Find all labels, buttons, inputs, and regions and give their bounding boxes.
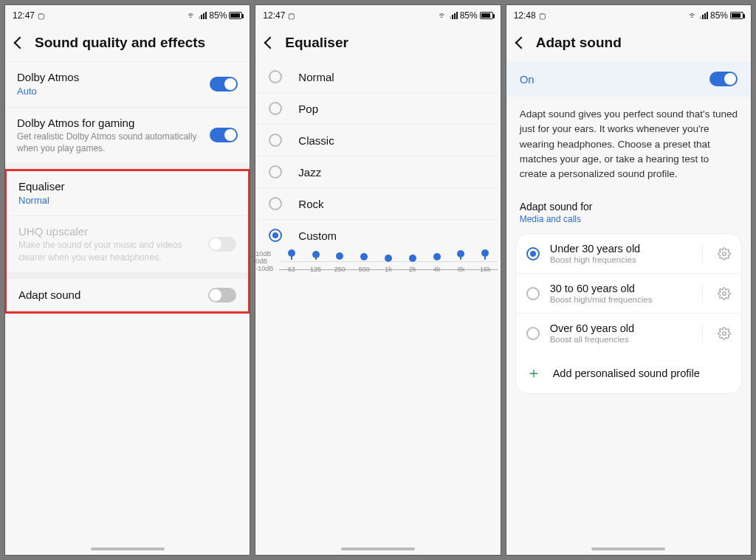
x-tick: 4k [433, 266, 441, 273]
row-sub: Get realistic Dolby Atmos sound automati… [17, 131, 210, 154]
status-time: 12:47 [263, 10, 285, 21]
status-bar: 12:47▢ ᯤ 85% [5, 5, 250, 26]
row-uhq-upscaler: UHQ upscaler Make the sound of your musi… [7, 215, 248, 272]
eq-dot[interactable] [360, 253, 368, 260]
eq-band-500[interactable]: 500 [352, 251, 377, 261]
gear-icon[interactable] [718, 247, 731, 260]
x-tick: 250 [334, 266, 346, 273]
highlight-box: Equaliser Normal UHQ upscaler Make the s… [4, 169, 250, 314]
wifi-icon: ᯤ [188, 10, 196, 21]
picture-icon: ▢ [288, 12, 295, 20]
adapt-on-row: On [506, 61, 751, 97]
eq-band-4k[interactable]: 4k [425, 251, 449, 261]
home-indicator[interactable] [341, 547, 415, 550]
screen-header: Equaliser [255, 26, 500, 61]
status-bar: 12:47▢ ᯤ 85% [255, 5, 500, 26]
eq-band-125[interactable]: 125 [303, 251, 328, 261]
eq-dot[interactable] [288, 249, 295, 257]
home-indicator[interactable] [91, 547, 165, 550]
eq-dot[interactable] [336, 252, 343, 260]
radio-icon [269, 70, 282, 83]
gear-icon[interactable] [718, 287, 731, 300]
eq-band-2k[interactable]: 2k [400, 251, 425, 261]
eq-option-label: Classic [298, 134, 334, 147]
battery-icon [480, 12, 493, 19]
status-time: 12:47 [13, 10, 35, 21]
age-preset-row[interactable]: Under 30 years old Boost high frequencie… [516, 234, 741, 274]
row-sub: Auto [17, 85, 210, 98]
signal-icon [450, 12, 458, 19]
y-tick: 10dB [255, 250, 271, 257]
toggle-adapt-master[interactable] [709, 72, 738, 86]
eq-dot[interactable] [433, 253, 441, 260]
radio-icon [269, 102, 282, 115]
back-icon[interactable] [14, 37, 27, 49]
eq-band-16k[interactable]: 16k [473, 251, 498, 261]
page-title: Adapt sound [536, 35, 622, 51]
row-dolby-atmos[interactable]: Dolby Atmos Auto [5, 61, 250, 107]
eq-dot[interactable] [457, 250, 464, 257]
toggle-uhq [208, 237, 236, 252]
battery-icon [730, 12, 743, 19]
eq-band-1k[interactable]: 1k [377, 251, 401, 261]
eq-dot[interactable] [409, 255, 416, 262]
back-icon[interactable] [264, 37, 277, 49]
eq-option-normal[interactable]: Normal [255, 61, 500, 93]
eq-band-63[interactable]: 63 [279, 251, 303, 261]
signal-icon [199, 12, 207, 19]
screen-header: Sound quality and effects [5, 26, 250, 61]
eq-band-250[interactable]: 250 [328, 251, 352, 261]
age-title: 30 to 60 years old [550, 283, 687, 294]
eq-option-classic[interactable]: Classic [255, 125, 500, 156]
row-dolby-gaming[interactable]: Dolby Atmos for gaming Get realistic Dol… [5, 107, 250, 163]
row-adapt-sound[interactable]: Adapt sound [7, 278, 248, 311]
eq-band-8k[interactable]: 8k [449, 251, 473, 261]
x-tick: 63 [288, 266, 295, 273]
svg-point-0 [723, 252, 726, 256]
row-title: Adapt sound [18, 288, 208, 301]
row-sub: Normal [18, 194, 236, 207]
adapt-for-row[interactable]: Adapt sound for Media and calls [506, 192, 751, 227]
age-presets-card: Under 30 years old Boost high frequencie… [515, 233, 742, 394]
eq-option-pop[interactable]: Pop [255, 93, 500, 125]
radio-icon [269, 165, 282, 179]
section-gap [5, 163, 250, 169]
status-bar: 12:48▢ ᯤ 85% [506, 5, 751, 26]
page-title: Equaliser [285, 35, 348, 51]
battery-percent: 85% [209, 10, 227, 21]
eq-dot[interactable] [312, 251, 320, 258]
eq-option-jazz[interactable]: Jazz [255, 156, 500, 188]
radio-icon [269, 197, 282, 210]
x-tick: 1k [385, 266, 392, 273]
row-sub: Media and calls [520, 214, 738, 224]
picture-icon: ▢ [38, 12, 44, 20]
picture-icon: ▢ [539, 12, 546, 20]
radio-icon [269, 229, 282, 242]
y-tick: -10dB [255, 265, 273, 272]
add-profile-row[interactable]: ＋ Add personalised sound profile [516, 353, 741, 393]
eq-option-label: Normal [298, 71, 334, 83]
phone-equaliser: 12:47▢ ᯤ 85% Equaliser Normal Pop Classi… [255, 4, 501, 556]
battery-percent: 85% [460, 10, 478, 21]
eq-option-custom[interactable]: Custom [255, 220, 500, 251]
battery-percent: 85% [710, 10, 728, 21]
eq-dot[interactable] [481, 249, 489, 257]
age-preset-row[interactable]: 30 to 60 years old Boost high/mid freque… [516, 274, 741, 314]
home-indicator[interactable] [591, 547, 665, 550]
eq-option-label: Rock [298, 198, 323, 210]
toggle-dolby-gaming[interactable] [210, 128, 238, 142]
eq-option-rock[interactable]: Rock [255, 188, 500, 220]
toggle-dolby-atmos[interactable] [210, 77, 238, 91]
page-title: Sound quality and effects [35, 35, 205, 51]
back-icon[interactable] [515, 37, 527, 49]
signal-icon [700, 12, 708, 19]
y-tick: 0dB [255, 257, 267, 265]
equaliser-chart[interactable]: 10dB 0dB -10dB 63 125 250 500 1k 2k 4k 8… [255, 251, 500, 272]
eq-dot[interactable] [385, 255, 392, 262]
age-preset-row[interactable]: Over 60 years old Boost all frequencies [516, 314, 741, 353]
row-title: Dolby Atmos [17, 71, 210, 83]
radio-icon [526, 287, 540, 300]
row-equaliser[interactable]: Equaliser Normal [7, 171, 248, 216]
toggle-adapt-sound[interactable] [208, 288, 236, 303]
gear-icon[interactable] [718, 327, 731, 340]
